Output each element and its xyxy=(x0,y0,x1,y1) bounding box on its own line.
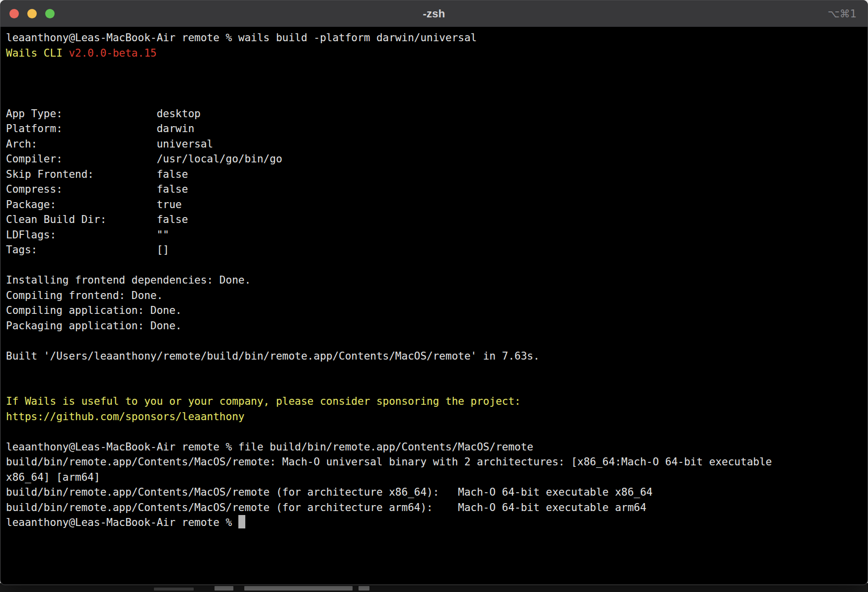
terminal-line: Platform: darwin xyxy=(6,121,868,137)
close-button[interactable] xyxy=(9,9,19,18)
terminal-text: Packaging application: Done. xyxy=(6,320,182,332)
terminal-line: Compiler: /usr/local/go/bin/go xyxy=(6,151,868,167)
terminal-text: build/bin/remote.app/Contents/MacOS/remo… xyxy=(6,456,772,468)
terminal-text: x86_64] [arm64] xyxy=(6,471,100,483)
terminal-text: leaanthony@Leas-MacBook-Air remote % fil… xyxy=(6,441,533,453)
background-window-fragment xyxy=(154,588,194,591)
window-title: -zsh xyxy=(423,7,445,20)
terminal-line: App Type: desktop xyxy=(6,106,868,122)
terminal-text: Skip Frontend: false xyxy=(6,168,188,180)
terminal-line: build/bin/remote.app/Contents/MacOS/remo… xyxy=(6,485,868,500)
terminal-text: Wails CLI xyxy=(6,47,69,59)
terminal-line xyxy=(6,364,868,379)
terminal-line xyxy=(6,91,868,106)
terminal-text: Platform: darwin xyxy=(6,123,194,135)
terminal-text: App Type: desktop xyxy=(6,108,201,120)
terminal-line xyxy=(6,61,868,76)
terminal-text: leaanthony@Leas-MacBook-Air remote % wai… xyxy=(6,32,477,44)
background-window-fragment xyxy=(244,586,353,591)
terminal-text: Arch: universal xyxy=(6,138,213,150)
terminal-line: Installing frontend dependencies: Done. xyxy=(6,273,868,288)
terminal-line: Package: true xyxy=(6,197,868,213)
traffic-lights xyxy=(9,0,55,27)
terminal-line: Compress: false xyxy=(6,182,868,197)
terminal-text: LDFlags: "" xyxy=(6,229,169,241)
terminal-text: Package: true xyxy=(6,199,182,211)
terminal-line: build/bin/remote.app/Contents/MacOS/remo… xyxy=(6,500,868,516)
terminal-line: Built '/Users/leaanthony/remote/build/bi… xyxy=(6,349,868,364)
terminal-line: build/bin/remote.app/Contents/MacOS/remo… xyxy=(6,454,868,470)
terminal-text: Clean Build Dir: false xyxy=(6,214,188,225)
terminal-line xyxy=(6,379,868,394)
terminal-text: If Wails is useful to you or your compan… xyxy=(6,395,521,407)
window-shortcut-hint: ⌥⌘1 xyxy=(827,0,857,27)
terminal-line: Compiling frontend: Done. xyxy=(6,288,868,303)
terminal-line: leaanthony@Leas-MacBook-Air remote % xyxy=(6,515,868,530)
terminal-text: Tags: [] xyxy=(6,244,169,256)
terminal-line: Packaging application: Done. xyxy=(6,318,868,334)
terminal-line: Tags: [] xyxy=(6,242,868,258)
terminal-line: Compiling application: Done. xyxy=(6,303,868,318)
terminal-text: Compiling application: Done. xyxy=(6,304,182,316)
terminal-line: Clean Build Dir: false xyxy=(6,212,868,227)
terminal-text: build/bin/remote.app/Contents/MacOS/remo… xyxy=(6,486,652,498)
terminal-output[interactable]: leaanthony@Leas-MacBook-Air remote % wai… xyxy=(0,27,868,530)
terminal-text: build/bin/remote.app/Contents/MacOS/remo… xyxy=(6,502,647,514)
minimize-button[interactable] xyxy=(27,9,37,18)
terminal-line xyxy=(6,333,868,349)
titlebar[interactable]: -zsh ⌥⌘1 xyxy=(0,0,868,27)
terminal-line: LDFlags: "" xyxy=(6,227,868,243)
terminal-line: x86_64] [arm64] xyxy=(6,470,868,485)
background-window-fragment xyxy=(215,586,233,591)
background-window-fragment xyxy=(359,586,369,591)
terminal-line: If Wails is useful to you or your compan… xyxy=(6,394,868,409)
terminal-line: Arch: universal xyxy=(6,137,868,152)
terminal-cursor xyxy=(238,515,245,528)
terminal-line: Skip Frontend: false xyxy=(6,167,868,182)
terminal-line: leaanthony@Leas-MacBook-Air remote % wai… xyxy=(6,30,868,46)
terminal-window: -zsh ⌥⌘1 leaanthony@Leas-MacBook-Air rem… xyxy=(0,0,868,585)
terminal-line xyxy=(6,424,868,440)
terminal-line xyxy=(6,258,868,273)
terminal-line: leaanthony@Leas-MacBook-Air remote % fil… xyxy=(6,440,868,455)
terminal-text: Installing frontend dependencies: Done. xyxy=(6,274,251,286)
terminal-text: v2.0.0-beta.15 xyxy=(69,47,156,59)
terminal-text: Compress: false xyxy=(6,183,188,195)
terminal-line: https://github.com/sponsors/leaanthony xyxy=(6,409,868,425)
terminal-text: Built '/Users/leaanthony/remote/build/bi… xyxy=(6,350,540,362)
terminal-line: Wails CLI v2.0.0-beta.15 xyxy=(6,46,868,61)
terminal-text: https://github.com/sponsors/leaanthony xyxy=(6,411,244,423)
terminal-text: leaanthony@Leas-MacBook-Air remote % xyxy=(6,517,238,528)
terminal-text: Compiler: /usr/local/go/bin/go xyxy=(6,153,282,165)
zoom-button[interactable] xyxy=(45,9,55,18)
terminal-line xyxy=(6,76,868,91)
terminal-text: Compiling frontend: Done. xyxy=(6,290,163,301)
